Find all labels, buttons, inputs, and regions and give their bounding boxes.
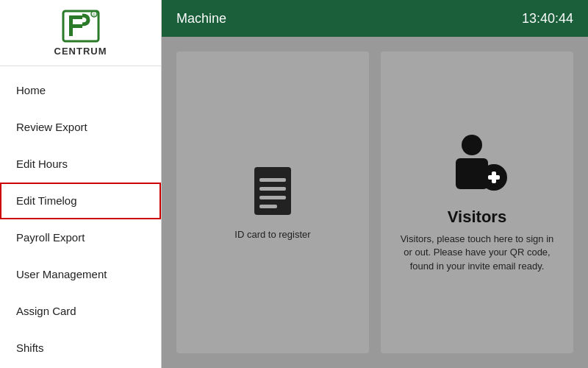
- logo-area: R CENTRUM: [0, 0, 161, 66]
- sidebar-item-review-export[interactable]: Review Export: [0, 109, 161, 146]
- svg-rect-15: [492, 171, 496, 183]
- svg-rect-7: [259, 178, 286, 182]
- logo-name: CENTRUM: [54, 46, 107, 57]
- visitors-card[interactable]: Visitors Visitors, please touch here to …: [381, 52, 573, 353]
- svg-point-11: [462, 135, 482, 155]
- sidebar-item-edit-timelog[interactable]: Edit Timelog: [0, 183, 161, 219]
- topbar: Machine 13:40:44: [162, 0, 588, 37]
- svg-rect-10: [259, 205, 277, 208]
- nav-items: Home Review Export Edit Hours Edit Timel…: [0, 66, 161, 368]
- svg-text:R: R: [93, 13, 96, 17]
- sidebar-item-assign-card[interactable]: Assign Card: [0, 293, 161, 330]
- sidebar-item-edit-hours[interactable]: Edit Hours: [0, 146, 161, 183]
- employee-icon: [251, 163, 295, 221]
- sidebar-item-user-management[interactable]: User Management: [0, 256, 161, 293]
- employee-card[interactable]: ID card to register: [176, 52, 369, 353]
- sidebar: R CENTRUM Home Review Export Edit Hours …: [0, 0, 162, 368]
- main-content: Machine 13:40:44 ID card to register: [162, 0, 588, 368]
- logo-icon: R: [62, 10, 100, 43]
- visitors-card-desc: Visitors, please touch here to sign in o…: [395, 233, 559, 273]
- svg-rect-3: [69, 24, 82, 28]
- clock-display: 13:40:44: [522, 11, 573, 26]
- machine-label: Machine: [176, 11, 226, 26]
- sidebar-item-payroll-export[interactable]: Payroll Export: [0, 219, 161, 256]
- svg-rect-2: [69, 15, 82, 19]
- employee-card-desc: ID card to register: [234, 228, 310, 241]
- svg-rect-9: [259, 196, 286, 199]
- visitor-icon: [444, 132, 510, 200]
- visitors-card-title: Visitors: [448, 208, 506, 227]
- sidebar-item-home[interactable]: Home: [0, 72, 161, 109]
- content-area: ID card to register Visitors Visitors, p…: [162, 37, 588, 368]
- svg-rect-8: [259, 187, 286, 191]
- sidebar-item-shifts[interactable]: Shifts: [0, 330, 161, 367]
